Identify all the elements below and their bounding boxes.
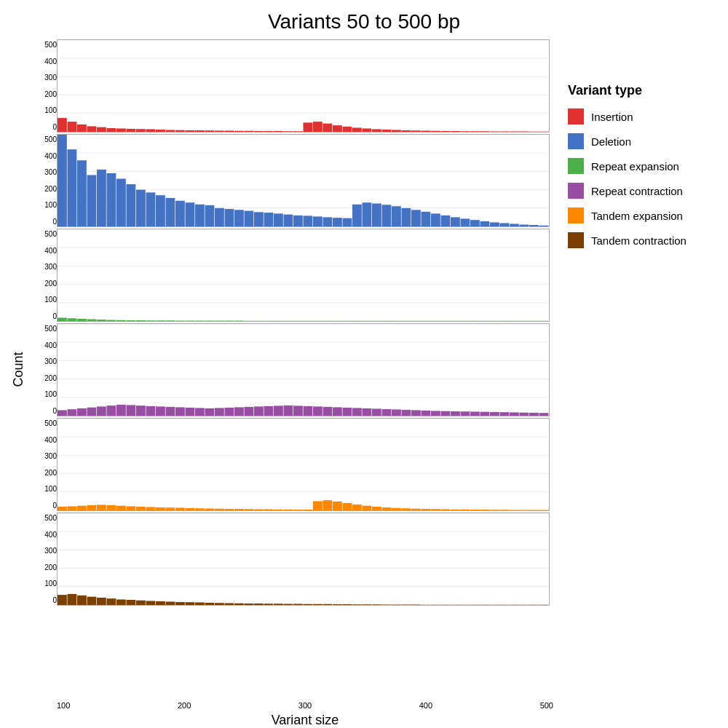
y-tick-300: 300 xyxy=(44,452,57,460)
svg-rect-23 xyxy=(225,130,234,132)
svg-rect-49 xyxy=(480,131,490,132)
svg-rect-253 xyxy=(284,510,293,510)
y-tick-500: 500 xyxy=(44,419,57,427)
svg-rect-135 xyxy=(225,320,234,321)
svg-rect-51 xyxy=(500,131,510,132)
svg-rect-110 xyxy=(529,225,539,226)
y-tick-200: 200 xyxy=(44,280,57,288)
svg-rect-128 xyxy=(156,320,165,321)
svg-rect-103 xyxy=(461,218,470,226)
svg-rect-286 xyxy=(58,595,67,605)
y-tick-500: 500 xyxy=(44,325,57,333)
x-tick-500: 500 xyxy=(540,701,553,710)
y-tick-labels-2: 0100200300400500 xyxy=(29,229,57,322)
svg-rect-218 xyxy=(490,412,499,416)
svg-rect-248 xyxy=(234,509,244,510)
y-tick-300: 300 xyxy=(44,74,57,82)
svg-rect-101 xyxy=(441,215,451,226)
svg-rect-247 xyxy=(225,509,234,510)
svg-rect-133 xyxy=(205,320,215,321)
svg-rect-185 xyxy=(166,407,175,416)
svg-rect-251 xyxy=(264,509,274,510)
svg-rect-43 xyxy=(422,130,431,132)
svg-rect-29 xyxy=(284,131,293,132)
svg-rect-35 xyxy=(343,127,352,132)
svg-rect-238 xyxy=(136,507,146,510)
svg-rect-264 xyxy=(392,508,401,510)
svg-rect-32 xyxy=(313,122,323,132)
chart-svg-3 xyxy=(58,324,549,416)
legend-swatch-1 xyxy=(568,133,584,149)
svg-rect-36 xyxy=(352,127,362,132)
svg-rect-132 xyxy=(195,320,205,321)
x-tick-400: 400 xyxy=(419,701,432,710)
svg-rect-53 xyxy=(520,131,529,132)
legend-item-0: Insertion xyxy=(568,108,728,124)
svg-rect-40 xyxy=(392,130,401,132)
svg-rect-261 xyxy=(363,506,372,510)
svg-rect-125 xyxy=(127,320,136,321)
svg-rect-205 xyxy=(363,408,372,416)
svg-rect-30 xyxy=(293,131,303,132)
y-tick-400: 400 xyxy=(44,152,57,160)
svg-rect-230 xyxy=(58,507,67,510)
svg-rect-78 xyxy=(215,208,224,226)
svg-rect-197 xyxy=(284,405,293,416)
svg-rect-95 xyxy=(382,205,392,226)
svg-rect-107 xyxy=(500,223,510,226)
svg-rect-208 xyxy=(392,409,401,416)
svg-rect-20 xyxy=(195,130,205,132)
y-tick-100: 100 xyxy=(44,390,57,398)
svg-rect-191 xyxy=(225,408,234,416)
y-tick-300: 300 xyxy=(44,547,57,555)
svg-rect-118 xyxy=(58,317,67,321)
svg-rect-219 xyxy=(500,412,510,416)
svg-rect-80 xyxy=(234,210,244,226)
chart-wrapper-3: 0100200300400500 xyxy=(29,323,550,416)
svg-rect-300 xyxy=(195,602,205,605)
svg-rect-178 xyxy=(97,406,106,416)
charts-column: 0100200300400500010020030040050001002003… xyxy=(29,39,553,698)
svg-rect-24 xyxy=(234,131,244,132)
svg-rect-236 xyxy=(116,506,126,510)
svg-rect-121 xyxy=(87,319,97,321)
svg-rect-294 xyxy=(136,601,146,605)
svg-rect-213 xyxy=(441,411,451,416)
legend-label-5: Tandem contraction xyxy=(591,234,687,247)
svg-rect-293 xyxy=(127,600,136,605)
svg-rect-98 xyxy=(411,210,421,226)
svg-rect-268 xyxy=(431,509,440,510)
legend-items: Insertion Deletion Repeat expansion Repe… xyxy=(568,108,728,257)
svg-rect-7 xyxy=(68,122,77,132)
svg-rect-269 xyxy=(441,509,451,510)
svg-rect-199 xyxy=(304,406,313,416)
svg-rect-99 xyxy=(422,212,431,226)
svg-rect-65 xyxy=(87,175,97,226)
svg-rect-25 xyxy=(245,131,254,132)
svg-rect-240 xyxy=(156,507,165,510)
svg-rect-6 xyxy=(58,118,67,132)
svg-rect-123 xyxy=(107,320,116,321)
svg-rect-87 xyxy=(304,215,313,226)
svg-rect-200 xyxy=(313,406,323,416)
svg-rect-188 xyxy=(195,408,205,416)
svg-rect-223 xyxy=(539,413,549,416)
chart-svg-container-5 xyxy=(57,513,550,606)
svg-rect-76 xyxy=(195,205,205,226)
svg-rect-92 xyxy=(352,205,362,226)
charts-and-axes: Count 0100200300400500010020030040050001… xyxy=(7,39,553,728)
svg-rect-259 xyxy=(343,503,352,510)
svg-rect-77 xyxy=(205,205,215,226)
svg-rect-217 xyxy=(480,412,490,416)
chart-wrapper-2: 0100200300400500 xyxy=(29,229,550,322)
svg-rect-63 xyxy=(68,149,77,226)
y-tick-500: 500 xyxy=(44,230,57,238)
svg-rect-207 xyxy=(382,409,392,416)
svg-rect-130 xyxy=(175,320,185,321)
svg-rect-296 xyxy=(156,601,165,605)
svg-rect-307 xyxy=(264,604,274,605)
chart-svg-container-3 xyxy=(57,323,550,416)
svg-rect-313 xyxy=(323,604,333,605)
legend-item-5: Tandem contraction xyxy=(568,232,728,248)
svg-rect-257 xyxy=(323,500,333,510)
